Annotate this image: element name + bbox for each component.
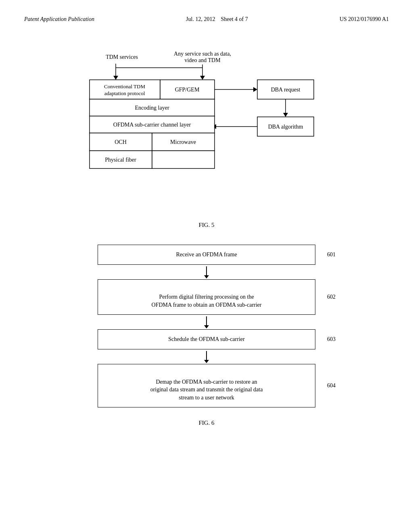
svg-marker-1 [113,76,118,80]
fig5-svg: TDM services Any service such as data, v… [69,47,344,216]
arrow-3 [98,349,315,364]
step-601-number: 601 [327,251,336,258]
dba-algorithm-text: DBA algorithm [268,124,303,130]
any-service-label2: video and TDM [184,57,221,63]
fig6-label: FIG. 6 [24,420,389,426]
step-603-wrapper: Schedule the OFDMA sub-carrier 603 [98,329,315,349]
step-601-wrapper: Receive an OFDMA frame 601 [98,245,315,265]
step-603: Schedule the OFDMA sub-carrier [98,329,315,349]
conventional-tdm-text2: adaptation protocol [104,90,145,96]
any-service-label: Any service such as data, [174,51,231,57]
step-604-text: Demap the OFDMA sub-carrier to restore a… [150,379,263,401]
publication-label: Patent Application Publication [24,16,94,22]
step-601: Receive an OFDMA frame [98,245,315,265]
page-header: Patent Application Publication Jul. 12, … [24,16,389,23]
header-center: Jul. 12, 2012 Sheet 4 of 7 [186,16,248,23]
conventional-tdm-text1: Conventional TDM [104,83,145,89]
arrow-2 [98,315,315,329]
gfp-gem-text: GFP/GEM [175,87,200,93]
step-604: Demap the OFDMA sub-carrier to restore a… [98,364,315,407]
tdm-services-label: TDM services [106,54,138,60]
step-604-wrapper: Demap the OFDMA sub-carrier to restore a… [98,364,315,407]
fig5-label-text: FIG. 5 [198,222,214,228]
arrow-1 [98,265,315,279]
patent-number: US 2012/0176990 A1 [340,16,389,22]
ofdma-subcarrier-text: OFDMA sub-carrier channel layer [113,122,191,128]
svg-marker-3 [200,76,205,80]
date-label: Jul. 12, 2012 [186,16,215,22]
step-604-number: 604 [327,382,336,389]
microwave-text: Microwave [170,139,196,145]
header-right: US 2012/0176990 A1 [340,16,389,23]
step-602-number: 602 [327,294,336,300]
step-602-wrapper: Perform digital filtering processing on … [98,279,315,315]
header-left: Patent Application Publication [24,16,94,23]
fig6-diagram: Receive an OFDMA frame 601 Perform digit… [98,245,315,407]
step-601-text: Receive an OFDMA frame [176,251,237,258]
physical-fiber-text: Physical fiber [105,157,136,163]
fig5-diagram: TDM services Any service such as data, v… [69,47,344,218]
encoding-layer-text: Encoding layer [135,105,169,111]
svg-marker-8 [253,87,257,92]
step-602-text: Perform digital filtering processing on … [152,294,262,308]
svg-rect-20 [152,151,215,168]
svg-marker-11 [283,113,288,117]
step-602: Perform digital filtering processing on … [98,279,315,315]
sheet-label: Sheet 4 of 7 [221,16,248,22]
fig6-label-text: FIG. 6 [198,420,214,426]
step-603-text: Schedule the OFDMA sub-carrier [168,336,244,342]
och-text: OCH [115,139,127,145]
step-603-number: 603 [327,336,336,343]
dba-request-text: DBA request [271,87,300,93]
fig5-label: FIG. 5 [24,222,389,229]
